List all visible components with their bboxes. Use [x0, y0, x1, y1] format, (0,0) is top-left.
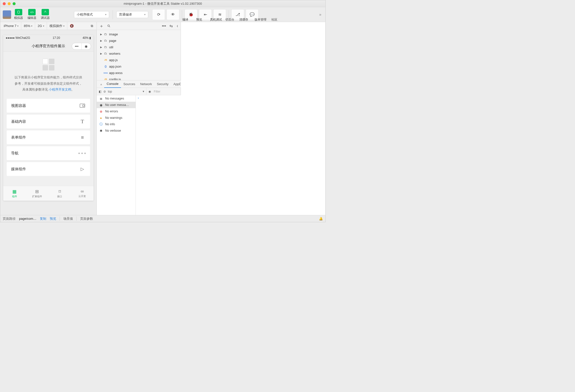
tree-file[interactable]: {}app.json [97, 63, 181, 70]
filter-verbose[interactable]: ✱No verbose [97, 127, 136, 134]
network-select[interactable]: 2G▾ [35, 22, 47, 30]
simulator-button[interactable] [15, 9, 22, 15]
mute-icon: 🔇 [70, 24, 74, 28]
remote-label: 真机调试 [209, 18, 223, 22]
tab-sources[interactable]: Sources [121, 80, 138, 88]
live-expr-icon[interactable]: ◉ [148, 90, 151, 93]
editor-devtools-panel: ＋ ••• ⇆ ⫞ ▶🗀image ▶🗀page ▶🗀util ▶🗀worker… [97, 22, 181, 215]
footer-params[interactable]: 页面参数 [80, 217, 93, 221]
footer-scene[interactable]: 场景值 [63, 217, 73, 221]
console-prompt: › [138, 96, 139, 100]
tree-file[interactable]: wxssapp.wxss [97, 70, 181, 76]
page-description: 以下将展示小程序官方组件能力，组件样式仅供 参考，开发者可根据自身需求自定义组件… [7, 74, 90, 93]
tab-api[interactable]: ⌑接口 [48, 186, 71, 201]
clear-console-button[interactable]: ⊘ [103, 90, 106, 93]
detach-icon: ⧉ [91, 24, 93, 28]
tree-folder[interactable]: ▶🗀image [97, 31, 181, 37]
device-select[interactable]: iPhone 7▾ [1, 22, 21, 30]
doc-link[interactable]: 小程序开发文档 [49, 88, 71, 91]
phone-navbar: 小程序官方组件展示 ••• ◉ [3, 41, 94, 52]
tree-file[interactable]: JSconfig.js [97, 76, 181, 80]
filter-info[interactable]: ⓘNo info [97, 121, 136, 127]
editor-button[interactable]: </> [28, 9, 36, 15]
card-basic-content[interactable]: 基础内容T [7, 115, 90, 128]
mute-button[interactable]: 🔇 [67, 22, 76, 30]
list-icon: ≣ [99, 97, 103, 100]
compile-mode-select[interactable]: 普通编译 ▾ [116, 11, 148, 18]
collapse-button[interactable]: ⇆ [169, 24, 173, 28]
capsule: ••• ◉ [72, 43, 91, 50]
tree-folder[interactable]: ▶🗀util [97, 44, 181, 50]
tab-console[interactable]: Console [104, 80, 121, 88]
js-file-icon: JS [104, 59, 108, 61]
detach-button[interactable]: ⧉ [88, 22, 96, 30]
card-media[interactable]: 媒体组件▷ [7, 162, 90, 176]
compile-label: 编译 [178, 18, 192, 22]
editor-label: 编辑器 [27, 16, 36, 20]
tab-security[interactable]: Security [154, 80, 171, 88]
inspect-icon[interactable]: ⟁ [98, 82, 104, 86]
close-window-button[interactable] [3, 2, 6, 5]
card-form[interactable]: 表单组件≡ [7, 130, 90, 144]
chip-icon: ⌑ [59, 189, 61, 194]
card-list: 视图容器 基础内容T 表单组件≡ 导航∘∘∘ 媒体组件▷ [7, 99, 90, 176]
footer-preview-link[interactable]: 预览 [50, 217, 56, 221]
card-navigation[interactable]: 导航∘∘∘ [7, 146, 90, 160]
debugger-button[interactable] [42, 9, 49, 15]
community-label: 社区 [267, 18, 281, 22]
tab-components[interactable]: ▦组件 [3, 186, 26, 201]
tab-ext-components[interactable]: ⊞扩展组件 [26, 186, 48, 201]
clear-label: 清缓存 [237, 18, 251, 22]
chevron-down-icon: ▾ [144, 13, 145, 16]
status-battery: 40% ▮ [83, 36, 91, 40]
dots-row-icon: ∘∘∘ [79, 150, 86, 156]
container-icon [79, 102, 86, 109]
phone-statusbar: ●●●●● WeChat2G 17:20 40% ▮ [3, 35, 94, 41]
search-button[interactable] [107, 24, 111, 28]
page-title: 小程序官方组件展示 [32, 44, 65, 49]
sidebar-toggle-icon[interactable]: ◧ [99, 90, 101, 93]
preview-button[interactable]: 👁 [167, 9, 179, 20]
minimize-window-button[interactable] [8, 2, 11, 5]
body: iPhone 7▾ 85%▾ 2G▾ 模拟操作▾ 🔇 ⧉ ●●●●● WeCha… [0, 22, 325, 215]
chevron-down-icon: ▾ [17, 25, 19, 27]
statusbar: 页面路径 page/com… 复制 预览 场景值 页面参数 🔔 [0, 215, 325, 222]
mode-select[interactable]: 小程序模式 ▾ [74, 11, 109, 18]
context-select[interactable]: top ▼ [108, 88, 146, 95]
bell-icon[interactable]: 🔔 [319, 217, 323, 220]
zoom-select[interactable]: 85%▾ [21, 22, 35, 30]
filter-all[interactable]: ≣No messages [97, 95, 136, 102]
capsule-close-button[interactable]: ◉ [82, 43, 91, 49]
cloud-icon: ∞ [81, 189, 84, 194]
chevron-down-icon: ▾ [105, 13, 106, 16]
tree-folder[interactable]: ▶🗀workers [97, 50, 181, 57]
more-icon[interactable]: » [319, 12, 323, 17]
card-view-container[interactable]: 视图容器 [7, 99, 90, 113]
debugger-label: 调试器 [41, 16, 50, 20]
tab-network[interactable]: Network [138, 80, 154, 88]
layout-button[interactable]: ⫞ [176, 24, 178, 28]
info-icon: ⓘ [99, 122, 103, 126]
filter-warnings[interactable]: ▲No warnings [97, 115, 136, 121]
traffic-lights [0, 2, 16, 5]
tab-cloud[interactable]: ∞云开发 [71, 186, 94, 201]
add-file-button[interactable]: ＋ [99, 23, 104, 29]
compile-button[interactable]: ⟳ [152, 9, 165, 20]
tree-file[interactable]: JSapp.js [97, 57, 181, 63]
maximize-window-button[interactable] [13, 2, 16, 5]
footer-copy-link[interactable]: 复制 [40, 217, 46, 221]
file-tree[interactable]: ▶🗀image ▶🗀page ▶🗀util ▶🗀workers JSapp.js… [97, 30, 181, 80]
component-logo-icon [7, 59, 90, 71]
svg-rect-0 [18, 11, 20, 14]
editor-toolbar: ＋ ••• ⇆ ⫞ [97, 22, 181, 30]
more-button[interactable]: ••• [162, 24, 166, 28]
filter-user[interactable]: ◉No user messa… [97, 102, 136, 108]
error-icon: ⊗ [99, 110, 103, 113]
debugger-group: 调试器 [39, 9, 51, 20]
tree-folder[interactable]: ▶🗀page [97, 37, 181, 44]
simop-select[interactable]: 模拟操作▾ [47, 22, 67, 30]
footer-path-value: page/com… [19, 217, 36, 220]
mode-select-label: 小程序模式 [77, 12, 93, 17]
filter-errors[interactable]: ⊗No errors [97, 108, 136, 115]
capsule-menu-button[interactable]: ••• [72, 43, 82, 49]
